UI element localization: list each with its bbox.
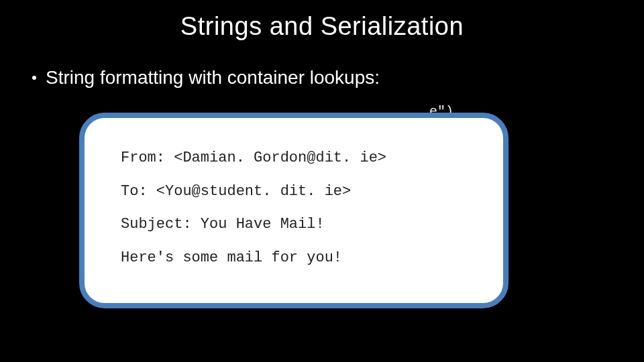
email-to-line: To: <You@student. dit. ie> [121,182,476,201]
bullet-item: String formatting with container lookups… [32,67,380,88]
email-code-box: From: <Damian. Gordon@dit. ie> To: <You@… [79,113,508,308]
bullet-dot-icon [32,76,36,80]
slide: Strings and Serialization String formatt… [0,0,644,362]
slide-title: Strings and Serialization [0,12,644,41]
email-body-line: Here's some mail for you! [121,249,476,267]
bullet-text: String formatting with container lookups… [46,67,380,88]
email-from-line: From: <Damian. Gordon@dit. ie> [121,149,476,168]
email-subject-line: Subject: You Have Mail! [121,215,476,234]
